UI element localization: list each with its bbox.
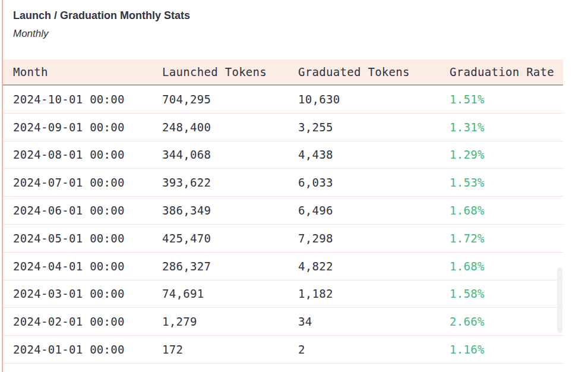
- launched-tokens-cell: 248,400: [162, 113, 298, 141]
- table-row: 2024-07-01 00:00393,6226,0331.53%: [3, 169, 563, 197]
- monthly-stats-table: MonthLaunched TokensGraduated TokensGrad…: [3, 59, 563, 364]
- dashboard-panel: Launch / Graduation Monthly Stats Monthl…: [0, 0, 588, 372]
- graduated-tokens-cell: 6,496: [298, 197, 450, 225]
- page-subtitle: Monthly: [13, 27, 190, 41]
- graduation-rate-cell: 1.51%: [450, 85, 563, 113]
- graduated-tokens-cell: 10,630: [298, 85, 450, 113]
- month-cell: 2024-05-01 00:00: [3, 224, 162, 252]
- table-row: 2024-08-01 00:00344,0684,4381.29%: [3, 141, 563, 169]
- graduation-rate-cell: 1.68%: [450, 252, 563, 280]
- graduation-rate-cell: 1.68%: [450, 197, 563, 225]
- table-row: 2024-06-01 00:00386,3496,4961.68%: [3, 197, 563, 225]
- table-header-row: MonthLaunched TokensGraduated TokensGrad…: [3, 59, 563, 85]
- month-cell: 2024-06-01 00:00: [3, 197, 162, 225]
- graduation-rate-cell: 1.58%: [450, 280, 563, 308]
- column-header-graduation-rate: Graduation Rate: [450, 59, 563, 85]
- page-title: Launch / Graduation Monthly Stats: [13, 8, 190, 23]
- table-row: 2024-03-01 00:0074,6911,1821.58%: [3, 280, 563, 308]
- month-cell: 2024-07-01 00:00: [3, 169, 162, 197]
- month-cell: 2024-04-01 00:00: [3, 252, 162, 280]
- column-header-month: Month: [3, 59, 162, 85]
- month-cell: 2024-02-01 00:00: [3, 308, 162, 336]
- column-header-launched-tokens: Launched Tokens: [162, 59, 298, 85]
- graduated-tokens-cell: 34: [298, 308, 450, 336]
- graduation-rate-cell: 2.66%: [450, 308, 563, 336]
- column-header-graduated-tokens: Graduated Tokens: [298, 59, 450, 85]
- launched-tokens-cell: 425,470: [162, 224, 298, 252]
- table-row: 2024-09-01 00:00248,4003,2551.31%: [3, 113, 563, 141]
- month-cell: 2024-09-01 00:00: [3, 113, 162, 141]
- graduated-tokens-cell: 2: [298, 336, 450, 364]
- month-cell: 2024-10-01 00:00: [3, 85, 162, 113]
- launched-tokens-cell: 344,068: [162, 141, 298, 169]
- launched-tokens-cell: 286,327: [162, 252, 298, 280]
- launched-tokens-cell: 386,349: [162, 197, 298, 225]
- table-row: 2024-05-01 00:00425,4707,2981.72%: [3, 224, 563, 252]
- graduated-tokens-cell: 6,033: [298, 169, 450, 197]
- graduated-tokens-cell: 4,438: [298, 141, 450, 169]
- graduation-rate-cell: 1.72%: [450, 224, 563, 252]
- month-cell: 2024-03-01 00:00: [3, 280, 162, 308]
- graduation-rate-cell: 1.31%: [450, 113, 563, 141]
- panel-header: Launch / Graduation Monthly Stats Monthl…: [13, 8, 190, 41]
- month-cell: 2024-08-01 00:00: [3, 141, 162, 169]
- table-row: 2024-04-01 00:00286,3274,8221.68%: [3, 252, 563, 280]
- graduated-tokens-cell: 1,182: [298, 280, 450, 308]
- graduated-tokens-cell: 4,822: [298, 252, 450, 280]
- graduation-rate-cell: 1.16%: [450, 336, 563, 364]
- launched-tokens-cell: 1,279: [162, 308, 298, 336]
- table-row: 2024-01-01 00:0017221.16%: [3, 336, 563, 364]
- month-cell: 2024-01-01 00:00: [3, 336, 162, 364]
- graduated-tokens-cell: 7,298: [298, 224, 450, 252]
- launched-tokens-cell: 74,691: [162, 280, 298, 308]
- launched-tokens-cell: 172: [162, 336, 298, 364]
- launched-tokens-cell: 393,622: [162, 169, 298, 197]
- table-row: 2024-02-01 00:001,279342.66%: [3, 308, 563, 336]
- vertical-scrollbar-thumb[interactable]: [557, 267, 562, 333]
- graduation-rate-cell: 1.53%: [450, 169, 563, 197]
- graduated-tokens-cell: 3,255: [298, 113, 450, 141]
- graduation-rate-cell: 1.29%: [450, 141, 563, 169]
- launched-tokens-cell: 704,295: [162, 85, 298, 113]
- table-row: 2024-10-01 00:00704,29510,6301.51%: [3, 85, 563, 113]
